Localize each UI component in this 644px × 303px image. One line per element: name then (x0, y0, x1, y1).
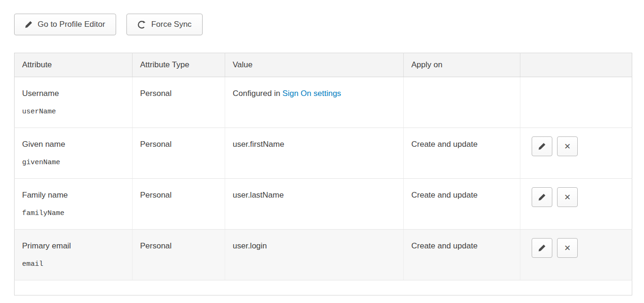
pencil-icon (25, 21, 32, 28)
attribute-type-cell: Personal (133, 179, 225, 230)
edit-attribute-button[interactable] (532, 187, 552, 207)
table-row-given-name: Given name givenName Personal user.first… (15, 128, 632, 179)
attribute-key: userName (22, 108, 125, 116)
go-to-profile-editor-button[interactable]: Go to Profile Editor (14, 14, 116, 35)
close-icon: ✕ (564, 142, 571, 152)
attribute-type-cell: Personal (133, 230, 225, 280)
actions-cell: ✕ (520, 128, 632, 179)
attribute-mappings-page: Go to Profile Editor Force Sync Attribut… (0, 0, 644, 295)
value-cell: user.firstName (225, 128, 404, 179)
edit-attribute-button[interactable] (532, 136, 552, 156)
go-to-profile-editor-label: Go to Profile Editor (38, 20, 105, 29)
header-attribute: Attribute (15, 53, 133, 77)
table-header: Attribute Attribute Type Value Apply on (15, 53, 632, 77)
attribute-mappings-table: Attribute Attribute Type Value Apply on … (14, 53, 632, 295)
attribute-label: Username (22, 89, 125, 98)
close-icon: ✕ (564, 243, 571, 253)
attribute-label: Given name (22, 140, 125, 149)
force-sync-label: Force Sync (151, 20, 192, 29)
attribute-key: givenName (22, 159, 125, 167)
attribute-type-cell: Personal (133, 77, 225, 128)
attribute-type-cell: Personal (133, 128, 225, 179)
value-cell: Configured in Sign On settings (225, 77, 404, 128)
delete-attribute-button[interactable]: ✕ (557, 238, 578, 258)
pencil-icon (538, 244, 546, 252)
force-sync-button[interactable]: Force Sync (126, 14, 203, 35)
value-text: Configured in (233, 89, 283, 98)
delete-attribute-button[interactable]: ✕ (557, 136, 578, 156)
header-value: Value (225, 53, 404, 77)
delete-attribute-button[interactable]: ✕ (557, 187, 578, 207)
table-row-username: Username userName Personal Configured in… (15, 77, 632, 128)
pencil-icon (538, 143, 546, 150)
sign-on-settings-link[interactable]: Sign On settings (283, 89, 341, 98)
header-apply-on: Apply on (404, 53, 520, 77)
actions-cell: ✕ (520, 179, 632, 230)
attribute-key: familyName (22, 209, 125, 217)
attribute-label: Primary email (22, 241, 125, 251)
value-cell: user.lastName (225, 179, 404, 230)
toolbar: Go to Profile Editor Force Sync (14, 14, 632, 35)
actions-cell: ✕ (520, 230, 632, 280)
attribute-label: Family name (22, 191, 125, 200)
table-row-family-name: Family name familyName Personal user.las… (15, 179, 632, 230)
refresh-icon (137, 20, 146, 29)
apply-on-cell (404, 77, 520, 128)
edit-attribute-button[interactable] (532, 238, 552, 258)
apply-on-cell: Create and update (404, 179, 520, 230)
apply-on-cell: Create and update (404, 230, 520, 280)
pencil-icon (538, 193, 546, 201)
apply-on-cell: Create and update (404, 128, 520, 179)
close-icon: ✕ (564, 192, 571, 202)
table-row-partial (15, 280, 632, 295)
header-actions (520, 53, 632, 77)
value-cell: user.login (225, 230, 404, 280)
header-attribute-type: Attribute Type (133, 53, 225, 77)
attribute-key: email (22, 260, 125, 268)
table-row-primary-email: Primary email email Personal user.login … (15, 230, 632, 280)
actions-cell (520, 77, 632, 128)
